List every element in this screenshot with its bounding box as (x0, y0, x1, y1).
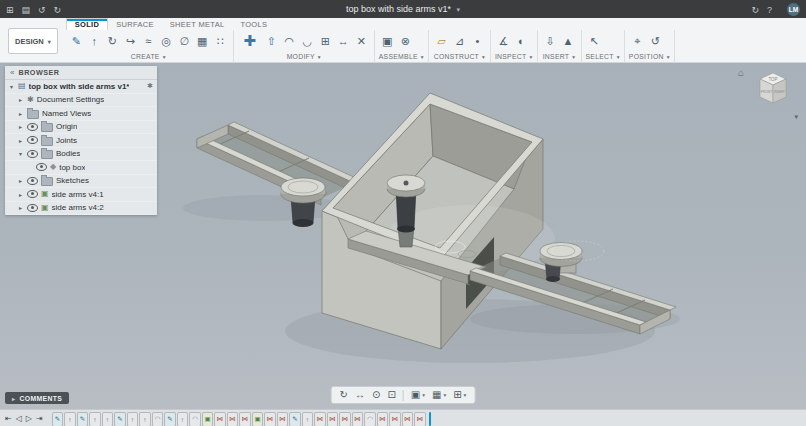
timeline-feature-joint-icon[interactable]: ⋈ (214, 412, 226, 426)
revert-position-icon[interactable]: ↺ (647, 33, 664, 50)
file-menu-icon[interactable]: ▤ (22, 5, 31, 15)
timeline-feature-joint-icon[interactable]: ⋈ (277, 412, 289, 426)
timeline-feature-joint-icon[interactable]: ⋈ (327, 412, 339, 426)
group-dropdown-inspect[interactable]: INSPECT▾ (495, 51, 533, 62)
expand-caret-icon[interactable]: ▸ (17, 96, 24, 103)
delete-icon[interactable]: ✕ (353, 33, 370, 50)
capture-position-icon[interactable]: ⌖ (629, 33, 646, 50)
timeline-feature-sketch-icon[interactable]: ✎ (52, 412, 64, 426)
browser-item[interactable]: ▸✱Document Settings (5, 94, 157, 108)
undo-icon[interactable]: ↺ (38, 5, 46, 15)
timeline-feature-joint-icon[interactable]: ⋈ (414, 412, 426, 426)
group-dropdown-select[interactable]: SELECT▾ (586, 51, 620, 62)
visibility-eye-icon[interactable] (27, 123, 38, 131)
visibility-eye-icon[interactable] (27, 177, 38, 185)
timeline-feature-extrude-icon[interactable]: ↑ (177, 412, 189, 426)
timeline-feature-component-icon[interactable]: ▣ (252, 412, 264, 426)
timeline-feature-component-icon[interactable]: ▣ (202, 412, 214, 426)
thread-icon[interactable]: ∅ (176, 33, 193, 50)
viewcube-front-label[interactable]: FRONT (761, 90, 773, 94)
new-component-icon[interactable]: ▣ (379, 33, 396, 50)
grid-and-snaps-menu[interactable]: ▦▾ (432, 389, 446, 401)
loft-icon[interactable]: ≈ (140, 33, 157, 50)
select-cursor-icon[interactable]: ↖ (586, 33, 603, 50)
browser-item[interactable]: ▸Sketches (5, 175, 157, 189)
visibility-eye-icon[interactable] (27, 136, 38, 144)
viewport-canvas[interactable]: « BROWSER ▾▤top box with side arms v1*✱▸… (0, 63, 806, 409)
visibility-eye-icon[interactable] (27, 204, 38, 212)
tab-tools[interactable]: TOOLS (232, 19, 275, 30)
timeline-feature-joint-icon[interactable]: ⋈ (264, 412, 276, 426)
user-avatar[interactable]: LM (787, 3, 800, 16)
timeline-feature-sketch-icon[interactable]: ✎ (77, 412, 89, 426)
group-dropdown-construct[interactable]: CONSTRUCT▾ (433, 51, 486, 62)
orbit-icon[interactable]: ↻ (340, 389, 348, 401)
document-tab[interactable]: top box with side arms v1* ▾ (0, 4, 806, 14)
sweep-icon[interactable]: ↪ (122, 33, 139, 50)
fit-view-icon[interactable]: ⊡ (387, 389, 395, 401)
expand-caret-icon[interactable]: ▾ (17, 150, 24, 157)
group-dropdown-create[interactable]: CREATE▾ (68, 51, 229, 62)
construct-point-icon[interactable]: • (469, 33, 486, 50)
group-dropdown-position[interactable]: POSITION▾ (629, 51, 670, 62)
timeline-feature-sketch-icon[interactable]: ✎ (164, 412, 176, 426)
timeline-feature-extrude-icon[interactable]: ↑ (102, 412, 114, 426)
press-pull-icon[interactable]: ⇧ (263, 33, 280, 50)
expand-caret-icon[interactable]: ▸ (17, 204, 24, 211)
section-analysis-icon[interactable]: ◐ (513, 33, 530, 50)
timeline-feature-sketch-icon[interactable]: ✎ (289, 412, 301, 426)
redo-icon[interactable]: ↻ (54, 5, 62, 15)
tab-solid[interactable]: SOLID (66, 18, 108, 30)
timeline-feature-extrude-icon[interactable]: ↑ (302, 412, 314, 426)
hole-icon[interactable]: ◎ (158, 33, 175, 50)
timeline-feature-joint-icon[interactable]: ⋈ (314, 412, 326, 426)
visibility-eye-icon[interactable] (36, 163, 47, 171)
browser-item[interactable]: ▸Named Views (5, 107, 157, 121)
expand-caret-icon[interactable]: ▸ (17, 177, 24, 184)
expand-caret-icon[interactable]: ▸ (17, 137, 24, 144)
timeline-play-icon[interactable]: ▷ (26, 412, 32, 426)
viewcube-top-label[interactable]: TOP (768, 77, 777, 82)
timeline-feature-joint-icon[interactable]: ⋈ (339, 412, 351, 426)
move-copy-icon[interactable]: ✚ (238, 31, 262, 51)
timeline-feature-joint-icon[interactable]: ⋈ (352, 412, 364, 426)
joint-icon[interactable]: ⊗ (397, 33, 414, 50)
timeline-go-to-end-icon[interactable]: ⇥ (36, 412, 43, 426)
primitive-box-icon[interactable]: ▦ (194, 33, 211, 50)
browser-item[interactable]: ▸Origin (5, 121, 157, 135)
zoom-icon[interactable]: ⊙ (372, 389, 380, 401)
home-icon[interactable]: ⌂ (738, 67, 744, 78)
timeline-go-to-start-icon[interactable]: ⇤ (5, 412, 12, 426)
create-sketch-icon[interactable]: ✎ (68, 33, 85, 50)
viewports-menu[interactable]: ⊞▾ (453, 389, 466, 401)
browser-item[interactable]: ▾▤top box with side arms v1*✱ (5, 80, 157, 94)
shell-icon[interactable]: ◡ (299, 33, 316, 50)
timeline-feature-joint-icon[interactable]: ⋈ (402, 412, 414, 426)
browser-header[interactable]: « BROWSER (5, 66, 157, 80)
browser-item[interactable]: ▾Bodies (5, 148, 157, 162)
timeline-feature-sketch-icon[interactable]: ✎ (114, 412, 126, 426)
browser-item[interactable]: ▸Joints (5, 134, 157, 148)
expand-caret-icon[interactable]: ▸ (17, 123, 24, 130)
group-dropdown-assemble[interactable]: ASSEMBLE▾ (379, 51, 424, 62)
viewcube-menu-caret-icon[interactable]: ▾ (794, 113, 798, 121)
fillet-icon[interactable]: ◠ (281, 33, 298, 50)
document-settings-icon[interactable]: ✱ (147, 82, 153, 90)
revolve-icon[interactable]: ↻ (104, 33, 121, 50)
workspace-switcher[interactable]: DESIGN ▾ (8, 28, 58, 54)
job-status-icon[interactable]: ↻ (751, 5, 759, 15)
left-side-arm-component[interactable] (197, 122, 358, 205)
timeline-feature-joint-icon[interactable]: ⋈ (377, 412, 389, 426)
timeline-feature-extrude-icon[interactable]: ↑ (139, 412, 151, 426)
comments-panel[interactable]: ▸ COMMENTS (5, 392, 69, 404)
display-settings-menu[interactable]: ▣▾ (411, 389, 425, 401)
viewcube-right-label[interactable]: RIGHT (774, 90, 785, 94)
data-panel-grid-icon[interactable]: ⊞ (6, 5, 14, 15)
browser-item[interactable]: ▸▣side arms v4:2 (5, 202, 157, 216)
timeline-feature-modify-icon[interactable]: ◠ (364, 412, 376, 426)
construct-axis-icon[interactable]: ⊿ (451, 33, 468, 50)
collapse-chevrons-icon[interactable]: « (10, 68, 14, 77)
offset-face-icon[interactable]: ↔ (335, 33, 352, 50)
pan-icon[interactable]: ↔ (355, 389, 365, 401)
timeline-feature-extrude-icon[interactable]: ↑ (127, 412, 139, 426)
